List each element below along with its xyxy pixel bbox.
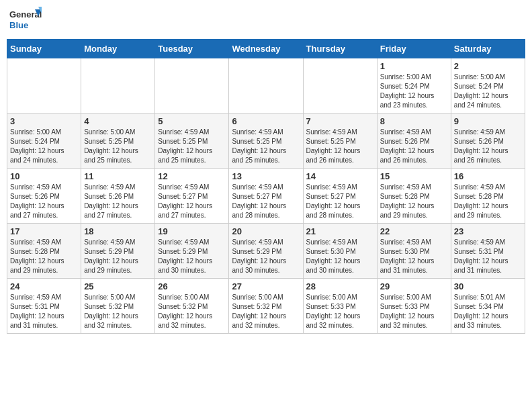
day-info: Sunrise: 4:59 AM Sunset: 5:28 PM Dayligh… — [454, 183, 522, 220]
svg-text:Blue: Blue — [9, 20, 28, 30]
calendar-cell: 3Sunrise: 5:00 AM Sunset: 5:24 PM Daylig… — [7, 113, 81, 169]
calendar-cell: 7Sunrise: 4:59 AM Sunset: 5:25 PM Daylig… — [303, 113, 377, 169]
calendar-week-row: 17Sunrise: 4:59 AM Sunset: 5:28 PM Dayli… — [7, 224, 525, 279]
weekday-header-friday: Friday — [377, 40, 451, 58]
day-number: 6 — [232, 116, 300, 126]
day-number: 11 — [84, 171, 152, 181]
calendar-cell: 11Sunrise: 4:59 AM Sunset: 5:26 PM Dayli… — [81, 169, 155, 224]
day-info: Sunrise: 4:59 AM Sunset: 5:25 PM Dayligh… — [306, 128, 374, 165]
calendar-cell: 6Sunrise: 4:59 AM Sunset: 5:25 PM Daylig… — [229, 113, 303, 169]
day-number: 13 — [232, 171, 300, 181]
day-number: 20 — [232, 226, 300, 236]
calendar-week-row: 24Sunrise: 4:59 AM Sunset: 5:31 PM Dayli… — [7, 279, 525, 334]
day-number: 25 — [84, 281, 152, 291]
day-info: Sunrise: 4:59 AM Sunset: 5:25 PM Dayligh… — [158, 128, 226, 165]
day-info: Sunrise: 4:59 AM Sunset: 5:30 PM Dayligh… — [380, 238, 448, 275]
day-number: 5 — [158, 116, 226, 126]
day-number: 17 — [10, 226, 78, 236]
day-info: Sunrise: 5:00 AM Sunset: 5:33 PM Dayligh… — [306, 293, 374, 330]
calendar-cell: 26Sunrise: 5:00 AM Sunset: 5:32 PM Dayli… — [155, 279, 229, 334]
calendar-cell: 28Sunrise: 5:00 AM Sunset: 5:33 PM Dayli… — [303, 279, 377, 334]
calendar-cell: 14Sunrise: 4:59 AM Sunset: 5:27 PM Dayli… — [303, 169, 377, 224]
calendar-cell: 29Sunrise: 5:00 AM Sunset: 5:33 PM Dayli… — [377, 279, 451, 334]
calendar-cell: 2Sunrise: 5:00 AM Sunset: 5:24 PM Daylig… — [451, 58, 525, 113]
calendar-cell: 18Sunrise: 4:59 AM Sunset: 5:29 PM Dayli… — [81, 224, 155, 279]
calendar-cell: 8Sunrise: 4:59 AM Sunset: 5:26 PM Daylig… — [377, 113, 451, 169]
calendar-week-row: 10Sunrise: 4:59 AM Sunset: 5:26 PM Dayli… — [7, 169, 525, 224]
day-info: Sunrise: 4:59 AM Sunset: 5:27 PM Dayligh… — [158, 183, 226, 220]
day-number: 8 — [380, 116, 448, 126]
day-number: 7 — [306, 116, 374, 126]
day-number: 30 — [454, 281, 522, 291]
calendar-cell: 9Sunrise: 4:59 AM Sunset: 5:26 PM Daylig… — [451, 113, 525, 169]
calendar-cell — [303, 58, 377, 113]
calendar-cell: 21Sunrise: 4:59 AM Sunset: 5:30 PM Dayli… — [303, 224, 377, 279]
calendar-cell: 20Sunrise: 4:59 AM Sunset: 5:29 PM Dayli… — [229, 224, 303, 279]
day-info: Sunrise: 4:59 AM Sunset: 5:31 PM Dayligh… — [10, 293, 78, 330]
calendar-table: SundayMondayTuesdayWednesdayThursdayFrid… — [7, 39, 525, 334]
day-info: Sunrise: 5:00 AM Sunset: 5:32 PM Dayligh… — [232, 293, 300, 330]
day-number: 22 — [380, 226, 448, 236]
day-number: 29 — [380, 281, 448, 291]
logo: GeneralBlue — [9, 7, 43, 34]
day-info: Sunrise: 4:59 AM Sunset: 5:29 PM Dayligh… — [158, 238, 226, 275]
calendar-cell — [155, 58, 229, 113]
day-info: Sunrise: 4:59 AM Sunset: 5:27 PM Dayligh… — [306, 183, 374, 220]
calendar-cell: 10Sunrise: 4:59 AM Sunset: 5:26 PM Dayli… — [7, 169, 81, 224]
day-number: 28 — [306, 281, 374, 291]
day-info: Sunrise: 4:59 AM Sunset: 5:29 PM Dayligh… — [232, 238, 300, 275]
day-number: 19 — [158, 226, 226, 236]
day-info: Sunrise: 4:59 AM Sunset: 5:25 PM Dayligh… — [232, 128, 300, 165]
calendar-cell — [81, 58, 155, 113]
day-info: Sunrise: 4:59 AM Sunset: 5:28 PM Dayligh… — [10, 238, 78, 275]
day-info: Sunrise: 4:59 AM Sunset: 5:26 PM Dayligh… — [454, 128, 522, 165]
weekday-header-saturday: Saturday — [451, 40, 525, 58]
day-info: Sunrise: 5:00 AM Sunset: 5:24 PM Dayligh… — [380, 73, 448, 110]
day-info: Sunrise: 5:00 AM Sunset: 5:25 PM Dayligh… — [84, 128, 152, 165]
calendar-cell: 5Sunrise: 4:59 AM Sunset: 5:25 PM Daylig… — [155, 113, 229, 169]
calendar-cell: 22Sunrise: 4:59 AM Sunset: 5:30 PM Dayli… — [377, 224, 451, 279]
calendar-cell: 25Sunrise: 5:00 AM Sunset: 5:32 PM Dayli… — [81, 279, 155, 334]
calendar-week-row: 3Sunrise: 5:00 AM Sunset: 5:24 PM Daylig… — [7, 113, 525, 169]
day-info: Sunrise: 4:59 AM Sunset: 5:28 PM Dayligh… — [380, 183, 448, 220]
weekday-header-wednesday: Wednesday — [229, 40, 303, 58]
calendar-cell: 24Sunrise: 4:59 AM Sunset: 5:31 PM Dayli… — [7, 279, 81, 334]
day-info: Sunrise: 4:59 AM Sunset: 5:26 PM Dayligh… — [10, 183, 78, 220]
day-info: Sunrise: 5:00 AM Sunset: 5:24 PM Dayligh… — [10, 128, 78, 165]
calendar-week-row: 1Sunrise: 5:00 AM Sunset: 5:24 PM Daylig… — [7, 58, 525, 113]
calendar-cell: 15Sunrise: 4:59 AM Sunset: 5:28 PM Dayli… — [377, 169, 451, 224]
day-number: 10 — [10, 171, 78, 181]
calendar-cell: 16Sunrise: 4:59 AM Sunset: 5:28 PM Dayli… — [451, 169, 525, 224]
day-number: 15 — [380, 171, 448, 181]
calendar-cell: 19Sunrise: 4:59 AM Sunset: 5:29 PM Dayli… — [155, 224, 229, 279]
day-number: 27 — [232, 281, 300, 291]
day-number: 26 — [158, 281, 226, 291]
calendar-cell: 23Sunrise: 4:59 AM Sunset: 5:31 PM Dayli… — [451, 224, 525, 279]
day-number: 9 — [454, 116, 522, 126]
logo-svg: GeneralBlue — [9, 7, 43, 34]
day-number: 18 — [84, 226, 152, 236]
calendar-cell: 12Sunrise: 4:59 AM Sunset: 5:27 PM Dayli… — [155, 169, 229, 224]
day-number: 2 — [454, 61, 522, 71]
day-info: Sunrise: 5:00 AM Sunset: 5:32 PM Dayligh… — [158, 293, 226, 330]
weekday-header-thursday: Thursday — [303, 40, 377, 58]
calendar-cell — [229, 58, 303, 113]
weekday-header-monday: Monday — [81, 40, 155, 58]
weekday-header-tuesday: Tuesday — [155, 40, 229, 58]
day-info: Sunrise: 4:59 AM Sunset: 5:26 PM Dayligh… — [84, 183, 152, 220]
day-number: 1 — [380, 61, 448, 71]
day-info: Sunrise: 4:59 AM Sunset: 5:27 PM Dayligh… — [232, 183, 300, 220]
day-info: Sunrise: 4:59 AM Sunset: 5:30 PM Dayligh… — [306, 238, 374, 275]
day-number: 24 — [10, 281, 78, 291]
day-info: Sunrise: 4:59 AM Sunset: 5:29 PM Dayligh… — [84, 238, 152, 275]
page-header: GeneralBlue — [7, 7, 525, 34]
day-number: 12 — [158, 171, 226, 181]
day-info: Sunrise: 4:59 AM Sunset: 5:26 PM Dayligh… — [380, 128, 448, 165]
day-number: 14 — [306, 171, 374, 181]
day-info: Sunrise: 5:01 AM Sunset: 5:34 PM Dayligh… — [454, 293, 522, 330]
day-number: 4 — [84, 116, 152, 126]
weekday-header-sunday: Sunday — [7, 40, 81, 58]
day-info: Sunrise: 4:59 AM Sunset: 5:31 PM Dayligh… — [454, 238, 522, 275]
calendar-cell: 30Sunrise: 5:01 AM Sunset: 5:34 PM Dayli… — [451, 279, 525, 334]
calendar-cell: 4Sunrise: 5:00 AM Sunset: 5:25 PM Daylig… — [81, 113, 155, 169]
